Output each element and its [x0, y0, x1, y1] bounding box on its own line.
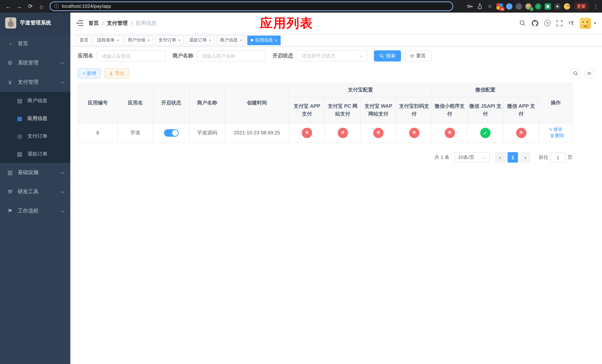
bookmark-star-icon[interactable]: ☆	[486, 3, 493, 10]
cell-wx-jsapi	[467, 123, 503, 142]
status-select[interactable]: 请选择开启状态	[297, 50, 367, 62]
sidebar: 芋道管理系统 ◔ 首页 ⚙ 系统管理 ¥ 支付管理	[0, 13, 70, 364]
tab-close-icon[interactable]: ×	[178, 38, 181, 43]
share-icon[interactable]	[476, 3, 483, 10]
refresh-table-button[interactable]: ⟳	[584, 68, 595, 78]
delete-button[interactable]: 删除	[550, 133, 564, 139]
sidebar-item-infrastructure[interactable]: ▥ 基础设施	[0, 163, 70, 182]
tab-process-form[interactable]: 流程表单 ×	[94, 35, 123, 45]
sidebar-item-pay-orders[interactable]: ◎ 支付订单	[0, 127, 70, 145]
credit-card-icon: ▤	[16, 97, 23, 104]
tab-close-icon[interactable]: ×	[209, 38, 211, 43]
extension-check-icon[interactable]	[535, 3, 541, 10]
col-create-time: 创建时间	[225, 83, 289, 123]
search-button[interactable]: 搜索	[374, 50, 401, 62]
tab-close-icon[interactable]: ×	[117, 38, 119, 43]
extension-face-icon[interactable]	[564, 3, 570, 10]
col-actions: 操作	[539, 83, 573, 123]
site-info-icon[interactable]: ⓘ	[54, 3, 59, 10]
github-icon[interactable]	[532, 20, 538, 26]
tab-refund-orders[interactable]: 退款订单 ×	[186, 35, 215, 45]
goto-label: 前往	[539, 154, 548, 161]
cell-wx-app	[503, 123, 539, 142]
cell-alipay-app	[289, 123, 325, 142]
tab-merchant-info[interactable]: 商户信息 ×	[216, 35, 246, 45]
password-key-icon[interactable]	[466, 3, 473, 10]
tab-label: 支付订单	[159, 37, 176, 43]
sidebar-item-home[interactable]: ◔ 首页	[0, 34, 70, 53]
dashboard-icon: ◔	[7, 41, 13, 47]
sidebar-item-merchant-info[interactable]: ▤ 商户信息	[0, 92, 70, 110]
tab-label: 流程表单	[97, 37, 115, 43]
extension-avatar-icon[interactable]: 1	[525, 3, 532, 10]
app-name-input[interactable]	[97, 50, 166, 62]
tab-close-icon[interactable]: ×	[147, 38, 150, 43]
sidebar-item-dev-tools[interactable]: ⚒ 研发工具	[0, 182, 70, 202]
breadcrumb-home[interactable]: 首页	[88, 20, 99, 26]
extension-blue-icon[interactable]	[506, 3, 512, 10]
browser-menu-icon[interactable]: ⋮	[593, 3, 598, 9]
extension-pin-icon[interactable]	[554, 3, 560, 10]
tab-pay-orders[interactable]: 支付订单 ×	[155, 35, 184, 45]
browser-update-button[interactable]: 更新	[573, 2, 589, 11]
font-size-icon[interactable]: TT	[568, 20, 574, 26]
app-name-label: 应用名	[78, 53, 93, 59]
address-bar[interactable]: ⓘ localhost:1024/pay/app	[50, 1, 453, 11]
extension-green-square-icon[interactable]	[545, 3, 551, 10]
extension-grid-icon[interactable]: 10	[496, 3, 503, 10]
tab-close-icon[interactable]: ×	[275, 38, 277, 43]
sidebar-item-refund-orders[interactable]: ▨ 退款订单	[0, 145, 70, 163]
col-alipay-app: 支付宝 APP 支付	[289, 97, 325, 123]
tab-home[interactable]: 首页	[76, 35, 92, 45]
sidebar-item-label: 退款订单	[27, 151, 47, 157]
sidebar-item-workflow[interactable]: ⚑ 工作流程	[0, 202, 70, 221]
delete-label: 删除	[555, 133, 564, 139]
extension-dark-icon[interactable]	[516, 3, 522, 10]
page-number-1[interactable]: 1	[508, 152, 518, 162]
add-button[interactable]: + 新增	[78, 68, 101, 78]
reset-button[interactable]: ⟳ 重置	[405, 50, 431, 62]
sidebar-item-label: 系统管理	[18, 60, 39, 66]
status-toggle[interactable]	[164, 129, 179, 137]
browser-toolbar-right: ☆ 10 1 更新 ⋮	[455, 2, 598, 11]
export-button[interactable]: 导出	[105, 68, 129, 78]
browser-forward-icon[interactable]: →	[15, 2, 24, 11]
app-logo[interactable]: 芋道管理系统	[0, 13, 70, 33]
toggle-search-button[interactable]	[570, 68, 580, 78]
sidebar-fold-icon[interactable]	[76, 20, 83, 26]
breadcrumb-current: 应用信息	[136, 20, 157, 26]
browser-home-icon[interactable]: ⌂	[37, 2, 46, 11]
chevron-down-icon	[61, 189, 64, 193]
goto-unit: 页	[568, 154, 572, 161]
page-annotation-title: 应用列表	[260, 15, 313, 32]
edit-label: 修改	[553, 127, 563, 133]
page-size-select[interactable]: 10条/页	[455, 152, 490, 162]
chevron-down-icon	[61, 170, 64, 174]
browser-chrome: ← → ⟳ ⌂ ⓘ localhost:1024/pay/app ☆ 10 1	[0, 0, 602, 13]
search-icon[interactable]	[519, 20, 526, 26]
next-page-button[interactable]: ›	[520, 152, 531, 162]
tab-close-icon[interactable]: ×	[239, 38, 242, 43]
fullscreen-icon[interactable]	[557, 20, 562, 26]
user-avatar[interactable]	[580, 18, 591, 29]
logo-image	[5, 17, 16, 29]
app-window: 芋道管理系统 ◔ 首页 ⚙ 系统管理 ¥ 支付管理	[0, 13, 602, 364]
sidebar-item-payment[interactable]: ¥ 支付管理	[0, 73, 70, 92]
help-icon[interactable]: ?	[544, 20, 550, 26]
avatar-caret-icon[interactable]: ▾	[594, 21, 596, 26]
status-badge-alipay-pc	[337, 128, 348, 138]
prev-page-button[interactable]: ‹	[495, 152, 505, 162]
sidebar-item-label: 商户信息	[27, 97, 47, 104]
breadcrumb-payment[interactable]: 支付管理	[107, 20, 128, 26]
sidebar-item-system[interactable]: ⚙ 系统管理	[0, 53, 70, 73]
sidebar-item-app-info[interactable]: ▦ 应用信息	[0, 110, 70, 127]
tab-app-info[interactable]: 应用信息 ×	[247, 35, 281, 45]
tab-user-group[interactable]: 用户分组 ×	[124, 35, 153, 45]
edit-button[interactable]: ✎ 修改	[549, 127, 563, 133]
browser-back-icon[interactable]: ←	[4, 2, 13, 11]
tab-label: 应用信息	[255, 37, 273, 43]
merchant-name-input[interactable]	[197, 50, 266, 62]
browser-reload-icon[interactable]: ⟳	[26, 2, 35, 11]
chevron-down-icon	[61, 209, 64, 212]
goto-page-input[interactable]	[550, 152, 565, 162]
